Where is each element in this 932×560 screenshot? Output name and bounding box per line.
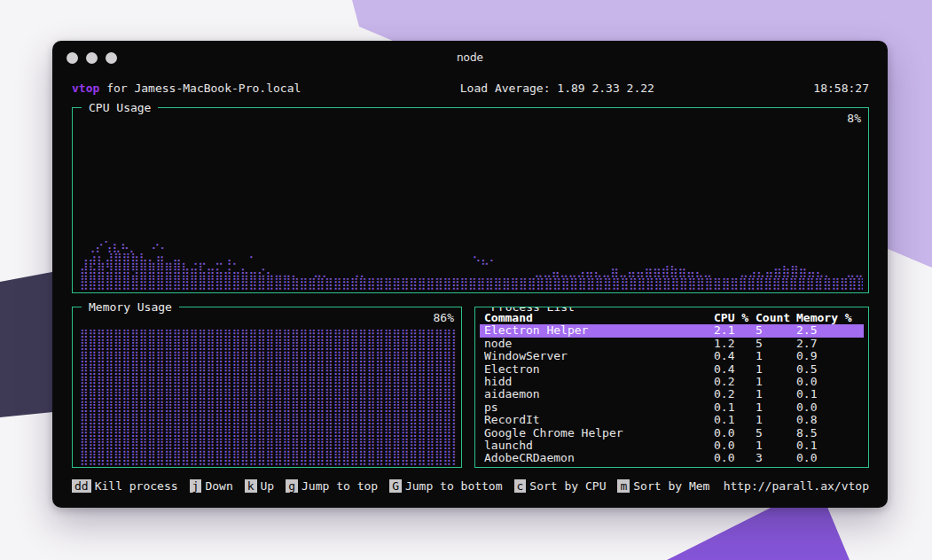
- shortcut-label: Jump to bottom: [405, 479, 503, 493]
- value-cell: CPU %: [714, 312, 756, 324]
- process-row[interactable]: launchd0.010.1: [480, 439, 864, 452]
- memory-usage-graph: ⣿⣿⣿⣿⣿⣿⣿⣿⣿⣿⣿⣿⣿⣿⣿⣿⣿⣿⣿⣿⣿⣿⣿⣿⣿⣿⣿⣿⣿⣿⣿⣿⣿⣿⣿⣿⣿⣿⣿⣿…: [80, 329, 456, 465]
- value-cell: 5: [756, 427, 796, 439]
- value-cell: 3: [756, 452, 796, 464]
- hostname-text: for Jamess-MacBook-Pro.local: [99, 82, 301, 95]
- shortcut-key: m: [617, 479, 630, 493]
- value-cell: 1: [756, 350, 796, 362]
- command-cell: Command: [484, 312, 714, 324]
- terminal-window: node vtop for Jamess-MacBook-Pro.local L…: [52, 41, 888, 508]
- shortcut-hint: jDown: [190, 479, 233, 493]
- value-cell: 0.5: [796, 363, 859, 376]
- vtop-url-link[interactable]: http://parall.ax/vtop: [724, 479, 869, 494]
- window-titlebar[interactable]: node: [52, 41, 888, 74]
- command-cell: Google Chrome Helper: [484, 427, 714, 439]
- value-cell: 0.0: [714, 452, 756, 464]
- app-host: vtop for Jamess-MacBook-Pro.local: [72, 82, 301, 95]
- shortcut-hint: mSort by Mem: [617, 479, 709, 493]
- value-cell: 0.2: [714, 376, 756, 388]
- value-cell: 0.0: [714, 439, 756, 452]
- value-cell: Count: [756, 312, 796, 324]
- command-cell: aidaemon: [484, 388, 714, 401]
- shortcut-hint: cSort by CPU: [514, 479, 607, 493]
- value-cell: 2.7: [796, 338, 859, 350]
- value-cell: Memory %: [796, 312, 859, 324]
- command-cell: ps: [484, 401, 714, 414]
- process-row[interactable]: RecordIt0.110.8: [480, 414, 864, 426]
- cpu-panel-title: CPU Usage: [82, 101, 158, 114]
- command-cell: launchd: [484, 439, 714, 452]
- command-cell: WindowServer: [484, 350, 714, 362]
- value-cell: 0.4: [714, 350, 756, 362]
- value-cell: 0.0: [796, 452, 859, 464]
- value-cell: 0.9: [796, 350, 859, 362]
- value-cell: 0.0: [714, 427, 756, 439]
- clock: 18:58:27: [813, 82, 869, 95]
- value-cell: 0.1: [796, 439, 859, 452]
- value-cell: 2.1: [714, 324, 756, 337]
- process-row[interactable]: Electron0.410.5: [480, 363, 864, 376]
- shortcut-key: k: [245, 479, 257, 493]
- value-cell: 0.0: [796, 401, 859, 414]
- process-table: CommandCPU %CountMemory %Electron Helper…: [480, 312, 864, 465]
- shortcut-key: dd: [72, 479, 91, 493]
- value-cell: 1: [756, 363, 796, 376]
- shortcut-hint: gJump to top: [286, 479, 378, 493]
- cpu-percent-value: 8%: [847, 112, 861, 125]
- shortcut-key: G: [389, 479, 402, 493]
- shortcut-bar: ddKill processjDownkUpgJump to topGJump …: [72, 479, 869, 494]
- process-row[interactable]: Google Chrome Helper0.058.5: [480, 427, 864, 439]
- vtop-header: vtop for Jamess-MacBook-Pro.local Load A…: [72, 82, 869, 95]
- violet-shape: [667, 501, 850, 560]
- window-title: node: [52, 51, 888, 64]
- shortcut-hint: ddKill process: [72, 479, 178, 493]
- command-cell: Electron Helper: [484, 324, 714, 337]
- value-cell: 1: [756, 414, 796, 426]
- process-table-header: CommandCPU %CountMemory %: [480, 312, 864, 324]
- value-cell: 0.1: [714, 414, 756, 426]
- shortcut-key: g: [286, 479, 298, 493]
- process-row[interactable]: node1.252.7: [480, 338, 864, 350]
- cpu-usage-graph: ⢀⡔⢡⣆⠦⡀ ⠔⠄ ⢠⣴⣆⣼⣿⣿⣷⣧⣄⣶⣀⣤⡀⢀⣀⠀⣀⢠⡀⠀⠂ ⠢⣄⠄: [80, 240, 863, 290]
- shortcut-hint: GJump to bottom: [389, 479, 502, 493]
- process-list-panel: Process List CommandCPU %CountMemory %El…: [474, 307, 869, 468]
- value-cell: 1: [756, 439, 796, 452]
- memory-percent-value: 86%: [434, 311, 454, 324]
- command-cell: node: [484, 338, 714, 350]
- process-panel-title: Process List: [484, 307, 582, 314]
- shortcut-label: Sort by CPU: [529, 479, 606, 493]
- cpu-usage-panel: CPU Usage 8% ⢀⡔⢡⣆⠦⡀ ⠔⠄ ⢠⣴⣆⣼⣿⣿⣷⣧⣄⣶⣀⣤⡀⢀⣀⠀⣀…: [72, 107, 869, 293]
- shortcut-key: j: [190, 479, 202, 493]
- memory-panel-title: Memory Usage: [82, 300, 179, 314]
- command-cell: AdobeCRDaemon: [484, 452, 714, 464]
- shortcut-key: c: [514, 479, 527, 493]
- value-cell: 1: [756, 376, 796, 388]
- load-average: Load Average: 1.89 2.33 2.22: [460, 82, 654, 95]
- command-cell: hidd: [484, 376, 714, 388]
- process-row[interactable]: WindowServer0.410.9: [480, 350, 864, 362]
- vtop-logo: vtop: [72, 82, 99, 95]
- command-cell: Electron: [484, 363, 714, 376]
- value-cell: 2.5: [796, 324, 859, 337]
- process-row[interactable]: Electron Helper2.152.5: [480, 324, 864, 337]
- value-cell: 5: [756, 324, 796, 337]
- memory-usage-panel: Memory Usage 86% ⣿⣿⣿⣿⣿⣿⣿⣿⣿⣿⣿⣿⣿⣿⣿⣿⣿⣿⣿⣿⣿⣿⣿…: [72, 307, 462, 468]
- shortcut-label: Up: [261, 479, 275, 493]
- shortcut-label: Down: [205, 479, 232, 493]
- process-row[interactable]: ps0.110.0: [480, 401, 864, 414]
- process-row[interactable]: AdobeCRDaemon0.030.0: [480, 452, 864, 464]
- shortcut-hint: kUp: [245, 479, 274, 493]
- shortcut-label: Jump to top: [302, 479, 378, 493]
- shortcuts: ddKill processjDownkUpgJump to topGJump …: [72, 479, 721, 494]
- value-cell: 0.1: [714, 401, 756, 414]
- value-cell: 0.1: [796, 388, 859, 401]
- shortcut-label: Kill process: [95, 479, 178, 493]
- process-row[interactable]: hidd0.210.0: [480, 376, 864, 388]
- value-cell: 0.2: [714, 388, 756, 401]
- terminal-content[interactable]: vtop for Jamess-MacBook-Pro.local Load A…: [72, 82, 869, 508]
- value-cell: 1.2: [714, 338, 756, 350]
- shortcut-label: Sort by Mem: [633, 479, 709, 493]
- value-cell: 0.4: [714, 363, 756, 376]
- process-row[interactable]: aidaemon0.210.1: [480, 388, 864, 401]
- value-cell: 5: [756, 338, 796, 350]
